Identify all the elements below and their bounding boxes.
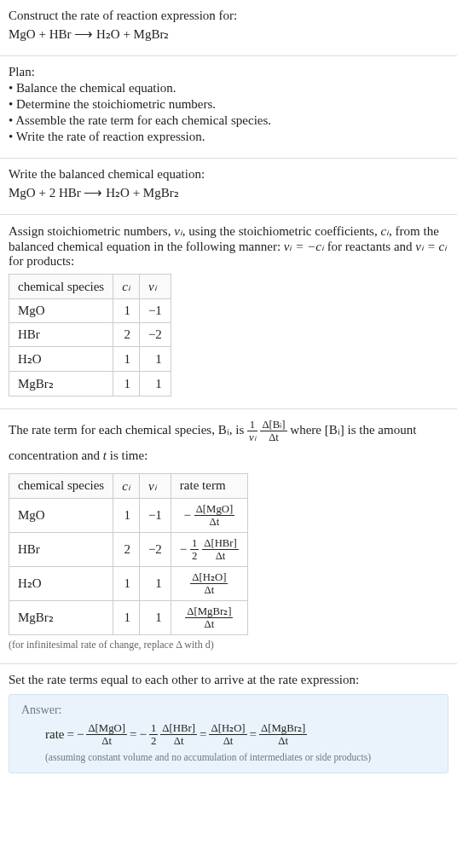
balanced-section: Write the balanced chemical equation: Mg… [0, 158, 457, 214]
c-i-hdr: cᵢ [122, 479, 130, 493]
t: , using the stoichiometric coefficients, [182, 224, 381, 238]
den: Δt [209, 734, 246, 747]
cell-rate-term: Δ[MgBr₂] Δt [171, 600, 247, 634]
cell-species: H₂O [9, 566, 113, 600]
cell-species: MgO [9, 299, 113, 323]
cell-c: 1 [113, 600, 140, 634]
num: Δ[MgO] [86, 722, 127, 734]
conc: [Bᵢ] [325, 423, 344, 437]
cell-c: 2 [113, 323, 140, 347]
balanced-equation: MgO + 2 HBr ⟶ H₂O + MgBr₂ [9, 185, 448, 200]
num: Δ[MgO] [194, 503, 235, 515]
rate-expression: rate = − Δ[MgO] Δt = − 1 2 Δ[HBr] Δt = Δ… [21, 722, 436, 747]
cell-species: MgBr₂ [9, 372, 113, 396]
rate-term-section: The rate term for each chemical species,… [0, 408, 457, 663]
sign: − [77, 727, 84, 742]
frac-dBi-dt: Δ[Bᵢ] Δt [260, 419, 286, 443]
cell-rate-term: − Δ[MgO] Δt [171, 498, 247, 532]
rate-frac: Δ[MgO] Δt [194, 503, 235, 528]
plan-item-2-text: Determine the stoichiometric numbers. [16, 97, 216, 111]
unbalanced-equation: MgO + HBr ⟶ H₂O + MgBr₂ [9, 26, 448, 42]
prompt-section: Construct the rate of reaction expressio… [0, 0, 457, 55]
num: Δ[HBr] [160, 722, 197, 734]
equals: = [67, 727, 73, 742]
den: Δt [260, 431, 286, 443]
t: for products: [9, 254, 74, 268]
cell-rate-term: − 1 2 Δ[HBr] Δt [171, 532, 247, 566]
plan-item-4: • Write the rate of reaction expression. [9, 130, 448, 144]
plan-section: Plan: • Balance the chemical equation. •… [0, 55, 457, 158]
c-i-hdr: cᵢ [122, 280, 130, 293]
cell-nu: 1 [139, 347, 171, 372]
rate-frac: Δ[MgBr₂] Δt [185, 605, 233, 630]
num: Δ[MgBr₂] [259, 722, 307, 734]
plan-item-1: • Balance the chemical equation. [9, 81, 448, 95]
cell-nu: −2 [139, 532, 171, 566]
cell-c: 1 [113, 299, 140, 323]
den: Δt [185, 617, 233, 630]
num: Δ[MgBr₂] [185, 605, 233, 617]
rate-frac: Δ[H₂O] Δt [190, 571, 228, 596]
final-lead: Set the rate terms equal to each other t… [9, 673, 448, 687]
col-species: chemical species [9, 275, 113, 299]
cell-nu: −1 [139, 299, 171, 323]
den: Δt [202, 549, 239, 562]
answer-box: Answer: rate = − Δ[MgO] Δt = − 1 2 Δ[HBr… [9, 694, 448, 773]
t: for reactants and [324, 240, 415, 253]
den: 2 [190, 549, 199, 562]
table-row: H₂O 1 1 [9, 347, 171, 372]
cell-rate-term: Δ[H₂O] Δt [171, 566, 247, 600]
t: The rate term for each chemical species, [9, 423, 218, 437]
cell-c: 1 [113, 372, 140, 396]
rate-word: rate [45, 727, 64, 742]
c-i: cᵢ [380, 224, 389, 238]
num: 1 [247, 419, 257, 431]
rel-react: νᵢ = −cᵢ [284, 240, 324, 253]
plan-heading: Plan: [9, 65, 448, 79]
col-nu: νᵢ [139, 275, 171, 299]
coef-frac: 1 2 [190, 537, 199, 562]
frac-1-over-nu: 1 νᵢ [247, 419, 257, 443]
cell-species: HBr [9, 532, 113, 566]
col-nu: νᵢ [139, 473, 171, 498]
balanced-eq-text: MgO + 2 HBr ⟶ H₂O + MgBr₂ [9, 186, 179, 200]
num: 1 [149, 722, 158, 734]
rel-prod: νᵢ = cᵢ [415, 240, 447, 253]
equals: = [250, 727, 257, 742]
cell-nu: −1 [139, 498, 171, 532]
sign: − [180, 542, 187, 556]
sign: − [140, 727, 147, 742]
den: 2 [149, 734, 158, 747]
rate-frac: Δ[MgO] Δt [86, 722, 127, 747]
stoich-section: Assign stoichiometric numbers, νᵢ, using… [0, 214, 457, 408]
plan-item-2: • Determine the stoichiometric numbers. [9, 97, 448, 112]
den: Δt [190, 583, 228, 596]
plan-item-3-text: Assemble the rate term for each chemical… [15, 113, 271, 127]
cell-species: MgBr₂ [9, 600, 113, 634]
num: Δ[Bᵢ] [260, 419, 286, 431]
rate-frac: Δ[HBr] Δt [202, 537, 239, 562]
equals: = [130, 727, 136, 742]
nu-i-hdr: νᵢ [148, 479, 157, 493]
den: Δt [194, 515, 235, 528]
rate-term-lead: The rate term for each chemical species,… [9, 418, 448, 468]
balanced-lead: Write the balanced chemical equation: [9, 167, 448, 182]
sign: − [183, 508, 190, 522]
table-row: MgBr₂ 1 1 [9, 372, 171, 396]
cell-nu: 1 [139, 566, 171, 600]
construct-line: Construct the rate of reaction expressio… [9, 9, 448, 23]
col-species: chemical species [9, 473, 113, 498]
cell-c: 1 [113, 498, 140, 532]
plan-item-3: • Assemble the rate term for each chemic… [9, 113, 448, 128]
nu-i-hdr: νᵢ [148, 280, 157, 293]
rate-term-table: chemical species cᵢ νᵢ rate term MgO 1 −… [9, 473, 248, 635]
t: , is [229, 423, 247, 437]
rate-frac: Δ[MgBr₂] Δt [259, 722, 307, 747]
cell-c: 2 [113, 532, 140, 566]
num: Δ[HBr] [202, 537, 239, 549]
t: is time: [107, 448, 148, 462]
col-rate: rate term [171, 473, 247, 498]
stoich-lead: Assign stoichiometric numbers, νᵢ, using… [9, 223, 448, 269]
cell-nu: 1 [139, 372, 171, 396]
den: Δt [86, 734, 127, 747]
